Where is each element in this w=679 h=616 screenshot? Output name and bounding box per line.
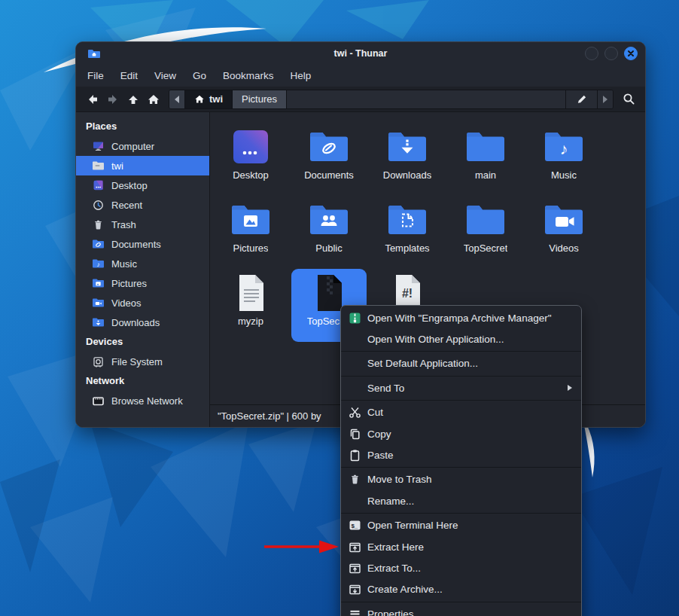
search-button[interactable]: [618, 90, 639, 109]
folder-video-icon: [543, 199, 585, 241]
sidebar-item-browse-network[interactable]: Browse Network: [76, 391, 209, 410]
pencil-icon: [576, 93, 587, 105]
menu-item-paste[interactable]: Paste: [341, 444, 581, 465]
sidebar-item-computer[interactable]: Computer: [76, 136, 209, 156]
grid-item-main[interactable]: main: [448, 123, 523, 196]
sidebar-item-pictures[interactable]: Pictures: [76, 273, 209, 293]
menu-item-cut[interactable]: Cut: [341, 402, 581, 423]
trash-icon: [92, 219, 105, 230]
sidebar-item-trash[interactable]: Trash: [76, 215, 209, 234]
grid-item-templates[interactable]: Templates: [370, 196, 445, 269]
sidebar-item-videos[interactable]: Videos: [76, 293, 209, 313]
menu-separator: [341, 400, 581, 401]
menu-separator: [341, 376, 581, 377]
grid-item-desktop[interactable]: Desktop: [213, 123, 288, 196]
menu-item-extract-to[interactable]: Extract To...: [341, 557, 581, 578]
path-button-label: Pictures: [242, 93, 277, 105]
menu-item-copy[interactable]: Copy: [341, 423, 581, 444]
grid-item-myzip[interactable]: myzip: [213, 269, 288, 342]
menu-item-extract-here[interactable]: Extract Here: [341, 536, 581, 557]
thunar-app-icon: [87, 48, 101, 59]
sidebar-item-documents[interactable]: Documents: [76, 234, 209, 254]
grid-item-documents[interactable]: Documents: [291, 123, 367, 196]
grid-item-public[interactable]: Public: [291, 196, 367, 269]
svg-text:#!: #!: [402, 287, 413, 300]
menu-item-properties[interactable]: Properties...: [341, 603, 581, 616]
scissors-icon: [349, 406, 361, 419]
copy-icon: [349, 428, 361, 441]
extract-icon: [349, 562, 361, 575]
chevron-right-icon: [602, 96, 608, 103]
path-button-pictures[interactable]: Pictures: [233, 90, 287, 108]
grid-item-topsecret[interactable]: TopSecret: [448, 196, 523, 269]
sidebar-item-music[interactable]: ♪ Music: [76, 254, 209, 273]
sidebar: Places Computer twi Desktop Recent Trash…: [76, 112, 210, 427]
grid-item-music[interactable]: ♪ Music: [526, 123, 601, 196]
menu-item-open-with-other-application[interactable]: Open With Other Application...: [341, 328, 581, 349]
grid-item-videos[interactable]: Videos: [526, 196, 601, 269]
close-button[interactable]: [624, 47, 638, 60]
path-button-twi[interactable]: twi: [185, 90, 233, 108]
chevron-left-icon: [174, 96, 180, 103]
forward-icon: [107, 93, 119, 105]
maximize-button[interactable]: [604, 47, 618, 60]
menu-item-rename[interactable]: Rename...: [341, 490, 581, 511]
pathbar-empty[interactable]: [287, 90, 565, 108]
menu-item-send-to[interactable]: Send To: [341, 377, 581, 398]
window-title: twi - Thunar: [76, 48, 645, 59]
minimize-button[interactable]: [585, 47, 598, 60]
no-icon: [349, 382, 361, 395]
menu-item-label: Extract Here: [367, 541, 572, 553]
no-icon: [349, 333, 361, 346]
sidebar-header-network: Network: [76, 371, 209, 391]
grid-item-label: Downloads: [383, 169, 431, 181]
sidebar-item-label: Browse Network: [111, 395, 183, 407]
desktop-icon: [92, 180, 105, 191]
grid-item-label: myzip: [238, 316, 263, 327]
sidebar-item-downloads[interactable]: Downloads: [76, 313, 209, 332]
toggle-path-entry-button[interactable]: [565, 90, 597, 108]
no-icon: [349, 357, 361, 370]
pathbar: twi Pictures: [169, 90, 614, 109]
clipboard-icon: [349, 449, 361, 462]
menu-item-open-terminal-here[interactable]: $_ Open Terminal Here: [341, 515, 581, 536]
up-button[interactable]: [123, 90, 143, 109]
forward-button[interactable]: [102, 90, 123, 109]
menu-item-move-to-trash[interactable]: Move to Trash: [341, 469, 581, 490]
sidebar-item-file-system[interactable]: File System: [76, 352, 209, 371]
titlebar[interactable]: twi - Thunar: [76, 42, 645, 65]
sidebar-item-label: Desktop: [111, 180, 148, 191]
properties-icon: [349, 608, 361, 616]
archive-add-icon: [349, 583, 361, 596]
menu-item-label: Open Terminal Here: [367, 520, 572, 531]
menu-file[interactable]: File: [79, 65, 112, 87]
back-icon: [87, 93, 99, 105]
back-button[interactable]: [82, 90, 102, 109]
menu-item-set-default-application[interactable]: Set Default Application...: [341, 353, 581, 374]
menu-edit[interactable]: Edit: [112, 65, 146, 87]
home-button[interactable]: [143, 90, 163, 109]
sidebar-item-desktop[interactable]: Desktop: [76, 175, 209, 195]
grid-item-label: main: [475, 169, 496, 181]
path-scroll-right-button[interactable]: [597, 90, 613, 108]
menu-item-label: Send To: [367, 383, 562, 394]
sidebar-item-recent[interactable]: Recent: [76, 195, 209, 215]
menu-item-open-with-engrampa-archive-manager[interactable]: Open With "Engrampa Archive Manager": [341, 307, 581, 328]
folder-download-icon: [386, 126, 428, 168]
folder-music-icon: ♪: [543, 126, 585, 168]
menu-go[interactable]: Go: [184, 65, 215, 87]
menu-separator: [341, 351, 581, 352]
grid-item-label: Videos: [549, 242, 579, 254]
grid-item-label: Desktop: [233, 169, 269, 181]
close-icon: [627, 50, 635, 57]
menu-help[interactable]: Help: [282, 65, 320, 87]
grid-item-pictures[interactable]: Pictures: [213, 196, 288, 269]
engrampa-icon: [349, 312, 361, 325]
menu-view[interactable]: View: [146, 65, 184, 87]
grid-item-downloads[interactable]: Downloads: [370, 123, 445, 196]
menu-item-create-archive[interactable]: Create Archive...: [341, 579, 581, 600]
terminal-icon: $_: [349, 519, 361, 532]
sidebar-item-twi[interactable]: twi: [76, 156, 209, 175]
path-scroll-left-button[interactable]: [169, 90, 185, 108]
menu-bookmarks[interactable]: Bookmarks: [215, 65, 282, 87]
